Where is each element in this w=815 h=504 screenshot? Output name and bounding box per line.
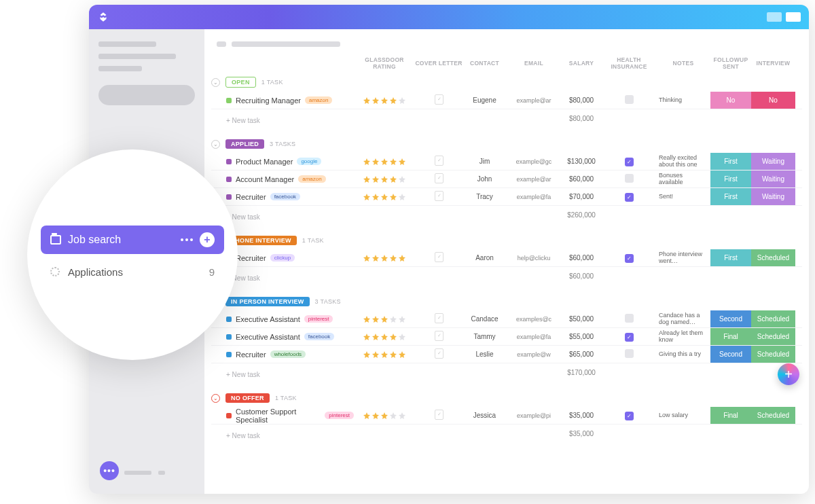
notes-cell[interactable]: Really excited about this one bbox=[656, 155, 710, 168]
notes-cell[interactable]: Sent! bbox=[656, 194, 710, 200]
column-header[interactable]: NOTES bbox=[656, 60, 710, 67]
cover-letter-cell[interactable] bbox=[415, 94, 463, 106]
followup-cell[interactable]: Second bbox=[710, 346, 751, 363]
task-row[interactable]: Recruiting Manager amazon Eugene example… bbox=[211, 92, 802, 109]
interview-cell[interactable]: Waiting bbox=[751, 153, 795, 170]
interview-cell[interactable]: Scheduled bbox=[751, 328, 795, 345]
notes-cell[interactable]: Candace has a dog named… bbox=[656, 312, 710, 326]
task-row[interactable]: Customer Support Specialist pinterest Je… bbox=[211, 407, 802, 425]
notes-cell[interactable]: Bonuses available bbox=[656, 173, 710, 186]
new-task-button[interactable]: + New task bbox=[211, 367, 354, 378]
rating-cell[interactable] bbox=[354, 333, 415, 341]
task-row[interactable]: Product Manager google Jim example@gc $1… bbox=[211, 153, 802, 170]
sidebar-folder-job-search[interactable]: Job search + bbox=[41, 226, 224, 254]
column-header[interactable]: COVER LETTER bbox=[415, 60, 463, 67]
notes-cell[interactable]: Giving this a try bbox=[656, 351, 710, 358]
rating-cell[interactable] bbox=[354, 175, 415, 183]
health-cell[interactable]: ✓ bbox=[602, 192, 656, 202]
column-header[interactable]: HEALTH INSURANCE bbox=[602, 56, 656, 70]
followup-cell[interactable]: First bbox=[710, 249, 751, 266]
cover-letter-cell[interactable] bbox=[415, 313, 463, 325]
company-tag[interactable]: pinterest bbox=[304, 315, 333, 323]
task-row[interactable]: Account Manager amazon John example@ar $… bbox=[211, 170, 802, 188]
cover-letter-cell[interactable] bbox=[415, 173, 463, 185]
interview-cell[interactable]: Scheduled bbox=[751, 310, 795, 327]
search-input[interactable] bbox=[98, 85, 195, 105]
column-header[interactable]: FOLLOWUP SENT bbox=[710, 56, 751, 70]
window-buttons[interactable] bbox=[767, 12, 801, 22]
rating-cell[interactable] bbox=[354, 412, 415, 420]
interview-cell[interactable]: Scheduled bbox=[751, 346, 795, 363]
status-pill[interactable]: APPLIED bbox=[225, 139, 264, 149]
rating-cell[interactable] bbox=[354, 158, 415, 166]
health-cell[interactable]: ✓ bbox=[602, 411, 656, 420]
status-pill[interactable]: OPEN bbox=[225, 77, 256, 88]
cover-letter-cell[interactable] bbox=[415, 156, 463, 167]
notes-cell[interactable]: Phone interview went… bbox=[656, 251, 710, 265]
add-task-fab[interactable]: + bbox=[778, 363, 799, 385]
cover-letter-cell[interactable] bbox=[415, 348, 463, 360]
health-cell[interactable]: ✓ bbox=[602, 253, 656, 263]
cover-letter-cell[interactable] bbox=[415, 191, 463, 202]
interview-cell[interactable]: Waiting bbox=[751, 188, 795, 205]
new-task-button[interactable]: + New task bbox=[211, 113, 354, 124]
column-header[interactable]: GLASSDOOR RATING bbox=[354, 56, 415, 70]
interview-cell[interactable]: No bbox=[751, 92, 795, 109]
health-cell[interactable] bbox=[602, 349, 656, 359]
rating-cell[interactable] bbox=[354, 96, 415, 105]
collapse-toggle[interactable]: ⌄ bbox=[211, 78, 220, 87]
company-tag[interactable]: wholefoods bbox=[270, 350, 306, 358]
collapse-toggle[interactable]: ⌄ bbox=[211, 140, 220, 149]
interview-cell[interactable]: Scheduled bbox=[751, 249, 795, 266]
company-tag[interactable]: amazon bbox=[298, 175, 325, 183]
followup-cell[interactable]: First bbox=[710, 170, 751, 187]
followup-cell[interactable]: Final bbox=[710, 328, 751, 345]
cover-letter-cell[interactable] bbox=[415, 410, 463, 421]
followup-cell[interactable]: First bbox=[710, 188, 751, 205]
company-tag[interactable]: pinterest bbox=[325, 412, 354, 419]
interview-cell[interactable]: Scheduled bbox=[751, 407, 795, 424]
collapse-toggle[interactable]: ⌄ bbox=[211, 394, 220, 403]
cover-letter-cell[interactable] bbox=[415, 252, 463, 264]
followup-cell[interactable]: Final bbox=[710, 407, 751, 424]
status-pill[interactable]: IN PERSON INTERVIEW bbox=[225, 297, 310, 306]
interview-cell[interactable]: Waiting bbox=[751, 170, 795, 187]
health-cell[interactable]: ✓ bbox=[602, 332, 656, 342]
column-header[interactable]: EMAIL bbox=[507, 60, 561, 67]
followup-cell[interactable]: No bbox=[710, 92, 751, 109]
health-cell[interactable] bbox=[602, 174, 656, 184]
health-cell[interactable] bbox=[602, 95, 656, 105]
sidebar-list-applications[interactable]: Applications 9 bbox=[41, 259, 224, 285]
company-tag[interactable]: amazon bbox=[305, 96, 332, 104]
add-list-button[interactable]: + bbox=[200, 232, 215, 247]
rating-cell[interactable] bbox=[354, 254, 415, 262]
status-pill[interactable]: NO OFFER bbox=[225, 393, 270, 403]
notes-cell[interactable]: Low salary bbox=[656, 412, 710, 419]
task-row[interactable]: Executive Assistant pinterest Candace ex… bbox=[211, 310, 802, 328]
column-header[interactable]: SALARY bbox=[561, 60, 602, 67]
cover-letter-cell[interactable] bbox=[415, 331, 463, 342]
task-row[interactable]: Recruiter facebook Tracy example@fa $70,… bbox=[211, 188, 802, 206]
followup-cell[interactable]: Second bbox=[710, 310, 751, 327]
company-tag[interactable]: google bbox=[297, 158, 321, 165]
task-row[interactable]: Executive Assistant facebook Tammy examp… bbox=[211, 328, 802, 346]
health-cell[interactable]: ✓ bbox=[602, 157, 656, 166]
task-row[interactable]: Recruiter wholefoods Leslie example@w $6… bbox=[211, 346, 802, 363]
notes-cell[interactable]: Already let them know bbox=[656, 330, 710, 344]
rating-cell[interactable] bbox=[354, 193, 415, 201]
chat-button[interactable]: ••• bbox=[100, 461, 119, 480]
followup-cell[interactable]: First bbox=[710, 153, 751, 170]
task-row[interactable]: Recruiter clickup Aaron help@clicku $60,… bbox=[211, 249, 802, 267]
new-task-button[interactable]: + New task bbox=[211, 209, 354, 221]
column-header[interactable]: INTERVIEW bbox=[751, 60, 795, 67]
company-tag[interactable]: clickup bbox=[270, 254, 295, 262]
new-task-button[interactable]: + New task bbox=[211, 428, 354, 439]
company-tag[interactable]: facebook bbox=[304, 333, 334, 340]
rating-cell[interactable] bbox=[354, 350, 415, 359]
folder-menu-icon[interactable] bbox=[181, 238, 193, 241]
column-header[interactable]: CONTACT bbox=[463, 60, 507, 67]
notes-cell[interactable]: Thinking bbox=[656, 97, 710, 104]
company-tag[interactable]: facebook bbox=[270, 193, 300, 200]
rating-cell[interactable] bbox=[354, 315, 415, 323]
health-cell[interactable] bbox=[602, 314, 656, 324]
